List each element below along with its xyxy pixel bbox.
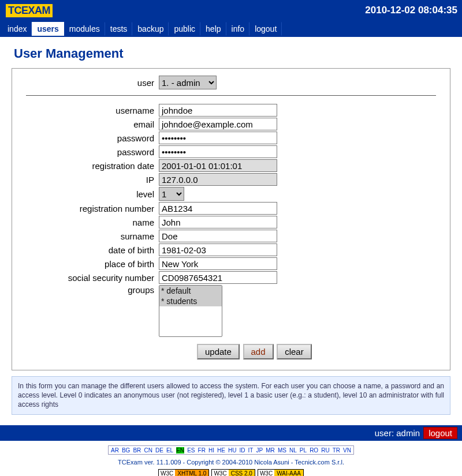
lang-he[interactable]: HE [217,447,225,453]
label-level: level [26,189,159,199]
level-select[interactable]: 1 [159,187,184,201]
logout-button[interactable]: logout [423,427,457,439]
label-ip: IP [26,175,159,185]
label-regnum: registration number [26,204,159,213]
current-user-label: user: admin [375,428,420,438]
nav-public[interactable]: public [169,22,200,36]
bottom-bar: user: admin logout [0,425,462,441]
surname-input[interactable] [159,230,277,242]
pob-input[interactable] [159,257,277,270]
label-email: email [26,119,159,129]
ssn-input[interactable] [159,271,277,284]
lang-hi[interactable]: HI [208,447,214,453]
regdate-input [159,159,277,172]
lang-ms[interactable]: MS [278,447,286,453]
lang-ar[interactable]: AR [111,447,119,453]
groups-select[interactable]: * default * students [159,285,222,337]
lang-bg[interactable]: BG [122,447,130,453]
label-surname: surname [26,231,159,241]
tecnick-link[interactable]: Tecnick.com S.r.l. [295,459,344,466]
lang-ro[interactable]: RO [310,447,318,453]
label-groups: groups [26,285,159,295]
lang-el[interactable]: EL [166,447,173,453]
clear-button[interactable]: clear [277,344,312,359]
lang-hu[interactable]: HU [228,447,236,453]
w3c-badges: W3CXHTML 1.0 W3CCSS 2.0 W3CWAI-AAA [0,469,462,476]
label-pob: place of birth [26,259,159,269]
label-password2: password [26,147,159,157]
label-name: name [26,218,159,227]
password-input-1[interactable] [159,132,277,144]
logo: TCEXAM [5,3,54,18]
email-input[interactable] [159,118,277,130]
nav-tests[interactable]: tests [105,22,133,36]
group-option-students: * students [159,296,222,306]
badge-css[interactable]: W3CCSS 2.0 [211,469,255,476]
nav-info[interactable]: info [226,22,250,36]
lang-ru[interactable]: RU [321,447,329,453]
lang-id[interactable]: ID [240,447,245,453]
nav-index[interactable]: index [2,22,32,36]
help-text: In this form you can manage the differen… [12,376,450,415]
badge-wai[interactable]: W3CWAI-AAA [258,469,304,476]
user-select[interactable]: 1. - admin [159,76,217,89]
nav-users[interactable]: users [32,22,64,36]
lang-vn[interactable]: VN [343,447,351,453]
lang-nl[interactable]: NL [289,447,297,453]
lang-en[interactable]: EN [176,447,184,453]
page-title: User Management [14,46,462,61]
header-bar: TCEXAM 2010-12-02 08:04:35 [0,0,462,21]
buttons-row: update add clear [26,344,436,359]
tcexam-link[interactable]: TCExam [118,459,143,466]
label-username: username [26,106,159,115]
language-switcher: AR BG BR CN DE EL EN ES FR HI HE HU ID I… [108,445,354,455]
group-option-default: * default [159,286,222,296]
lang-it[interactable]: IT [248,447,254,453]
label-user: user [26,78,159,88]
nav-logout[interactable]: logout [249,22,282,36]
lang-cn[interactable]: CN [144,447,152,453]
nav-help[interactable]: help [200,22,226,36]
label-regdate: registration date [26,161,159,171]
main-nav: index users modules tests backup public … [0,21,462,37]
lang-tr[interactable]: TR [333,447,340,453]
label-ssn: social security number [26,273,159,283]
password-input-2[interactable] [159,145,277,158]
lang-fr[interactable]: FR [198,447,206,453]
regnum-input[interactable] [159,202,277,215]
update-button[interactable]: update [197,344,240,359]
footer: AR BG BR CN DE EL EN ES FR HI HE HU ID I… [0,441,462,476]
add-button[interactable]: add [243,344,274,359]
separator [26,95,436,96]
name-input[interactable] [159,216,277,228]
timestamp: 2010-12-02 08:04:35 [365,5,457,16]
lang-br[interactable]: BR [133,447,141,453]
lang-de[interactable]: DE [155,447,163,453]
ip-input [159,173,277,186]
nav-modules[interactable]: modules [64,22,105,36]
username-input[interactable] [159,104,277,117]
lang-pl[interactable]: PL [300,447,307,453]
user-form: user 1. - admin username email password … [12,68,450,370]
label-password1: password [26,133,159,143]
lang-es[interactable]: ES [187,447,195,453]
nav-backup[interactable]: backup [132,22,169,36]
copyright: TCExam ver. 11.1.009 - Copyright © 2004-… [0,459,462,466]
badge-xhtml[interactable]: W3CXHTML 1.0 [158,469,209,476]
dob-input[interactable] [159,243,277,256]
lang-jp[interactable]: JP [256,447,263,453]
lang-mr[interactable]: MR [266,447,275,453]
label-dob: date of birth [26,245,159,255]
